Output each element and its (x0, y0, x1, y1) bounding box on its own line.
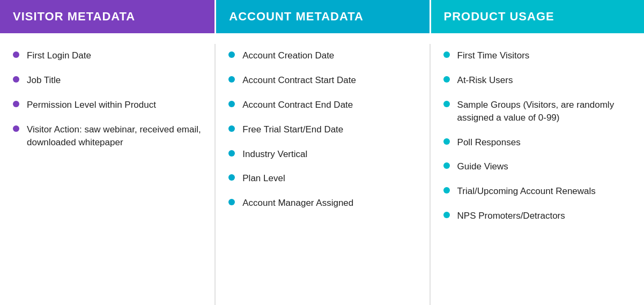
list-item-text: Guide Views (457, 160, 631, 173)
list-item-text: NPS Promoters/Detractors (457, 210, 631, 222)
list-item: Industry Vertical (228, 148, 416, 161)
product-content: First Time VisitorsAt-Risk UsersSample G… (430, 44, 644, 305)
list-item-text: Account Manager Assigned (242, 197, 416, 210)
bullet-dot-icon (228, 199, 235, 205)
bullet-dot-icon (228, 174, 235, 181)
account-content: Account Creation DateAccount Contract St… (214, 44, 429, 305)
list-item-text: Plan Level (242, 172, 416, 185)
list-item: Plan Level (228, 172, 416, 185)
bullet-dot-icon (228, 101, 235, 107)
list-item-text: Poll Responses (457, 136, 631, 149)
bullet-dot-icon (443, 162, 450, 169)
account-header-title: ACCOUNT METADATA (229, 10, 364, 24)
list-item-text: Visitor Action: saw webinar, received em… (27, 123, 202, 149)
list-item: Account Contract Start Date (228, 74, 416, 87)
list-item: First Login Date (13, 49, 202, 62)
list-item: Account Creation Date (228, 49, 416, 62)
list-item: First Time Visitors (443, 49, 631, 62)
product-list: First Time VisitorsAt-Risk UsersSample G… (443, 49, 631, 222)
product-header-title: PRODUCT USAGE (444, 10, 554, 24)
bullet-dot-icon (443, 187, 450, 194)
visitor-list: First Login DateJob TitlePermission Leve… (13, 49, 202, 148)
list-item-text: Job Title (27, 74, 202, 87)
visitor-header: VISITOR METADATA (0, 0, 214, 33)
account-header: ACCOUNT METADATA (214, 0, 429, 33)
bullet-dot-icon (443, 138, 450, 145)
list-item: Permission Level within Product (13, 99, 202, 111)
visitor-header-title: VISITOR METADATA (13, 10, 135, 24)
list-item: Free Trial Start/End Date (228, 123, 416, 136)
product-header: PRODUCT USAGE (430, 0, 644, 33)
list-item-text: Account Creation Date (242, 49, 416, 62)
list-item: Guide Views (443, 160, 631, 173)
list-item-text: Trial/Upcoming Account Renewals (457, 185, 631, 198)
list-item: Poll Responses (443, 136, 631, 149)
bullet-dot-icon (13, 101, 19, 107)
bullet-dot-icon (13, 76, 19, 83)
list-item-text: First Time Visitors (457, 49, 631, 62)
list-item: Visitor Action: saw webinar, received em… (13, 123, 202, 149)
list-item-text: Permission Level within Product (27, 99, 202, 111)
bullet-dot-icon (13, 51, 19, 58)
bullet-dot-icon (228, 150, 235, 157)
bullet-dot-icon (228, 125, 235, 132)
list-item: At-Risk Users (443, 74, 631, 87)
list-item-text: Account Contract Start Date (242, 74, 416, 87)
account-list: Account Creation DateAccount Contract St… (228, 49, 416, 210)
list-item: Account Contract End Date (228, 99, 416, 111)
list-item: Account Manager Assigned (228, 197, 416, 210)
header-row: VISITOR METADATA ACCOUNT METADATA PRODUC… (0, 0, 644, 33)
list-item-text: At-Risk Users (457, 74, 631, 87)
list-item: Job Title (13, 74, 202, 87)
bullet-dot-icon (443, 76, 450, 83)
bullet-dot-icon (443, 212, 450, 218)
list-item-text: Free Trial Start/End Date (242, 123, 416, 136)
content-row: First Login DateJob TitlePermission Leve… (0, 33, 644, 305)
list-item: Trial/Upcoming Account Renewals (443, 185, 631, 198)
bullet-dot-icon (228, 51, 235, 58)
bullet-dot-icon (228, 76, 235, 83)
list-item-text: Sample Groups (Visitors, are randomly as… (457, 99, 631, 124)
bullet-dot-icon (443, 101, 450, 107)
list-item: NPS Promoters/Detractors (443, 210, 631, 222)
list-item-text: Industry Vertical (242, 148, 416, 161)
list-item-text: First Login Date (27, 49, 202, 62)
bullet-dot-icon (13, 125, 19, 132)
bullet-dot-icon (443, 51, 450, 58)
list-item: Sample Groups (Visitors, are randomly as… (443, 99, 631, 124)
list-item-text: Account Contract End Date (242, 99, 416, 111)
visitor-content: First Login DateJob TitlePermission Leve… (0, 44, 214, 305)
